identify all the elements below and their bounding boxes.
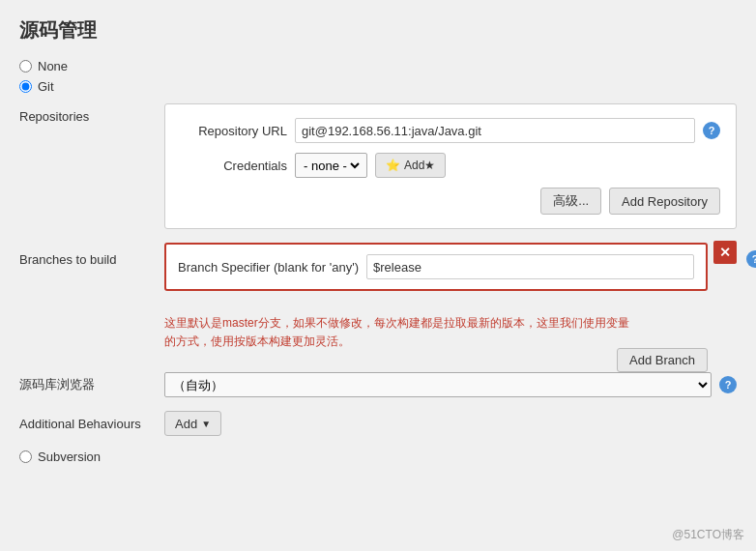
credentials-select[interactable]: - none - <box>300 154 363 177</box>
radio-git[interactable]: Git <box>19 79 737 94</box>
add-btn-icon: ⭐ <box>386 159 400 172</box>
source-browser-select[interactable]: （自动） <box>164 372 712 397</box>
watermark: @51CTO博客 <box>672 527 744 543</box>
branches-help-icon[interactable]: ? <box>746 250 756 268</box>
credentials-row: Credentials - none - ⭐ Add★ <box>181 153 720 178</box>
repositories-label: Repositories <box>19 103 164 124</box>
branch-annotation: 这里默认是master分支，如果不做修改，每次构建都是拉取最新的版本，这里我们使… <box>164 314 737 351</box>
additional-content: Add ▼ <box>164 411 221 436</box>
add-repository-button[interactable]: Add Repository <box>609 188 720 215</box>
repo-url-help-icon[interactable]: ? <box>703 122 720 139</box>
additional-add-button[interactable]: Add ▼ <box>164 411 221 436</box>
source-browser-help-icon[interactable]: ? <box>719 376 737 393</box>
additional-behaviours-section: Additional Behaviours Add ▼ <box>19 411 737 436</box>
repo-url-row: Repository URL ? <box>181 118 720 143</box>
repositories-section: Repositories Repository URL ? Credential… <box>19 103 737 229</box>
repo-url-label: Repository URL <box>181 124 287 138</box>
radio-subversion[interactable]: Subversion <box>19 450 737 464</box>
repositories-content: Repository URL ? Credentials - none - ⭐ … <box>164 103 737 229</box>
page-title: 源码管理 <box>19 17 737 44</box>
source-browser-section: 源码库浏览器 （自动） ? <box>19 372 737 397</box>
remove-branch-button[interactable]: ✕ <box>713 241 737 264</box>
add-branch-button[interactable]: Add Branch <box>617 348 708 372</box>
additional-add-label: Add <box>175 417 197 431</box>
credentials-label: Credentials <box>181 159 287 173</box>
add-btn-label: Add★ <box>404 159 435 172</box>
scm-radio-group: None Git <box>19 59 737 94</box>
credentials-add-button[interactable]: ⭐ Add★ <box>375 153 446 178</box>
none-label: None <box>38 59 68 73</box>
advanced-button[interactable]: 高级... <box>540 188 601 215</box>
chevron-down-icon: ▼ <box>201 419 211 429</box>
branch-specifier-input[interactable] <box>366 254 694 279</box>
branches-label: Branches to build <box>19 243 164 267</box>
branch-specifier-label: Branch Specifier (blank for 'any') <box>178 260 359 275</box>
credentials-select-wrapper[interactable]: - none - <box>295 153 367 178</box>
additional-label: Additional Behaviours <box>19 417 164 431</box>
repo-buttons-row: 高级... Add Repository <box>181 188 720 215</box>
repo-url-input[interactable] <box>295 118 695 143</box>
source-browser-label: 源码库浏览器 <box>19 376 164 393</box>
repositories-box: Repository URL ? Credentials - none - ⭐ … <box>164 103 737 229</box>
branches-content: Branch Specifier (blank for 'any') ✕ Add… <box>164 243 737 359</box>
source-browser-content: （自动） ? <box>164 372 737 397</box>
branches-section: Branches to build Branch Specifier (blan… <box>19 243 737 359</box>
radio-none[interactable]: None <box>19 59 737 73</box>
branch-box: Branch Specifier (blank for 'any') <box>164 243 708 291</box>
subversion-label: Subversion <box>38 450 101 464</box>
git-label: Git <box>38 79 54 94</box>
